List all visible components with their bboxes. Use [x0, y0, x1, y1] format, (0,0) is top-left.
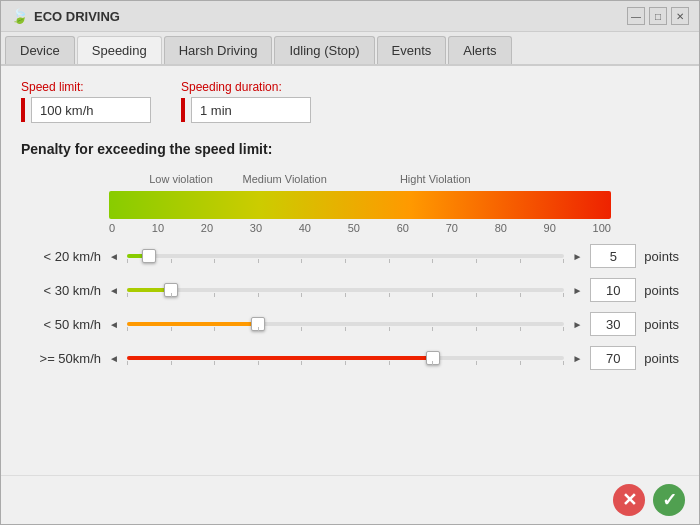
tab-bar: Device Speeding Harsh Driving Idling (St… [1, 32, 699, 66]
speeding-duration-group: Speeding duration: [181, 80, 311, 123]
slider-track-container-30 [127, 279, 564, 301]
speed-limit-input[interactable] [31, 97, 151, 123]
slider-track-20 [127, 254, 564, 258]
section-title: Penalty for exceeding the speed limit: [21, 141, 679, 157]
slider-left-arrow-50plus[interactable]: ◄ [109, 353, 119, 364]
tab-idling[interactable]: Idling (Stop) [274, 36, 374, 64]
speed-limit-label: Speed limit: [21, 80, 151, 94]
slider-fill-50plus [127, 356, 433, 360]
tab-harsh-driving[interactable]: Harsh Driving [164, 36, 273, 64]
slider-right-arrow-30[interactable]: ► [572, 285, 582, 296]
slider-track-30 [127, 288, 564, 292]
region-high-label: Hight Violation [400, 173, 471, 185]
restore-button[interactable]: □ [649, 7, 667, 25]
ok-button[interactable]: ✓ [653, 484, 685, 516]
fields-row: Speed limit: Speeding duration: [21, 80, 679, 123]
tab-device[interactable]: Device [5, 36, 75, 64]
points-input-50plus[interactable] [590, 346, 636, 370]
region-labels: Low violation Medium Violation Hight Vio… [109, 173, 611, 191]
slider-right-arrow-20[interactable]: ► [572, 251, 582, 262]
slider-label-30: < 30 km/h [21, 283, 101, 298]
slider-ticks-20 [127, 259, 564, 263]
speeding-duration-indicator [181, 98, 185, 122]
speed-limit-indicator [21, 98, 25, 122]
slider-fill-50 [127, 322, 258, 326]
footer: ✕ ✓ [1, 475, 699, 524]
speed-limit-group: Speed limit: [21, 80, 151, 123]
slider-row-30: < 30 km/h ◄ ► points [21, 278, 679, 302]
gradient-bar [109, 191, 611, 219]
chart-axis: 0 10 20 30 40 50 60 70 80 90 100 [109, 222, 611, 234]
minimize-button[interactable]: — [627, 7, 645, 25]
title-bar-left: 🍃 ECO DRIVING [11, 8, 120, 24]
slider-track-container-50 [127, 313, 564, 335]
tab-alerts[interactable]: Alerts [448, 36, 511, 64]
slider-track-50 [127, 322, 564, 326]
region-low-label: Low violation [149, 173, 213, 185]
points-label-50: points [644, 317, 679, 332]
slider-ticks-30 [127, 293, 564, 297]
slider-left-arrow-50[interactable]: ◄ [109, 319, 119, 330]
app-title: ECO DRIVING [34, 9, 120, 24]
app-icon: 🍃 [11, 8, 28, 24]
slider-row-50: < 50 km/h ◄ ► points [21, 312, 679, 336]
slider-ticks-50plus [127, 361, 564, 365]
slider-row-20: < 20 km/h ◄ ► points [21, 244, 679, 268]
close-button[interactable]: ✕ [671, 7, 689, 25]
cancel-button[interactable]: ✕ [613, 484, 645, 516]
slider-label-50plus: >= 50km/h [21, 351, 101, 366]
slider-right-arrow-50plus[interactable]: ► [572, 353, 582, 364]
content-area: Speed limit: Speeding duration: Penalty … [1, 66, 699, 475]
slider-ticks-50 [127, 327, 564, 331]
main-window: 🍃 ECO DRIVING — □ ✕ Device Speeding Hars… [0, 0, 700, 525]
slider-track-container-20 [127, 245, 564, 267]
tab-speeding[interactable]: Speeding [77, 36, 162, 64]
slider-row-50plus: >= 50km/h ◄ ► points [21, 346, 679, 370]
points-label-20: points [644, 249, 679, 264]
points-label-50plus: points [644, 351, 679, 366]
points-input-50[interactable] [590, 312, 636, 336]
slider-label-20: < 20 km/h [21, 249, 101, 264]
slider-label-50: < 50 km/h [21, 317, 101, 332]
points-input-30[interactable] [590, 278, 636, 302]
points-label-30: points [644, 283, 679, 298]
slider-track-container-50plus [127, 347, 564, 369]
title-bar-controls: — □ ✕ [627, 7, 689, 25]
slider-right-arrow-50[interactable]: ► [572, 319, 582, 330]
slider-left-arrow-30[interactable]: ◄ [109, 285, 119, 296]
slider-left-arrow-20[interactable]: ◄ [109, 251, 119, 262]
title-bar: 🍃 ECO DRIVING — □ ✕ [1, 1, 699, 32]
speeding-duration-label: Speeding duration: [181, 80, 311, 94]
region-med-label: Medium Violation [243, 173, 327, 185]
tab-events[interactable]: Events [377, 36, 447, 64]
points-input-20[interactable] [590, 244, 636, 268]
slider-track-50plus [127, 356, 564, 360]
chart-area: Low violation Medium Violation Hight Vio… [21, 173, 679, 234]
speeding-duration-input[interactable] [191, 97, 311, 123]
